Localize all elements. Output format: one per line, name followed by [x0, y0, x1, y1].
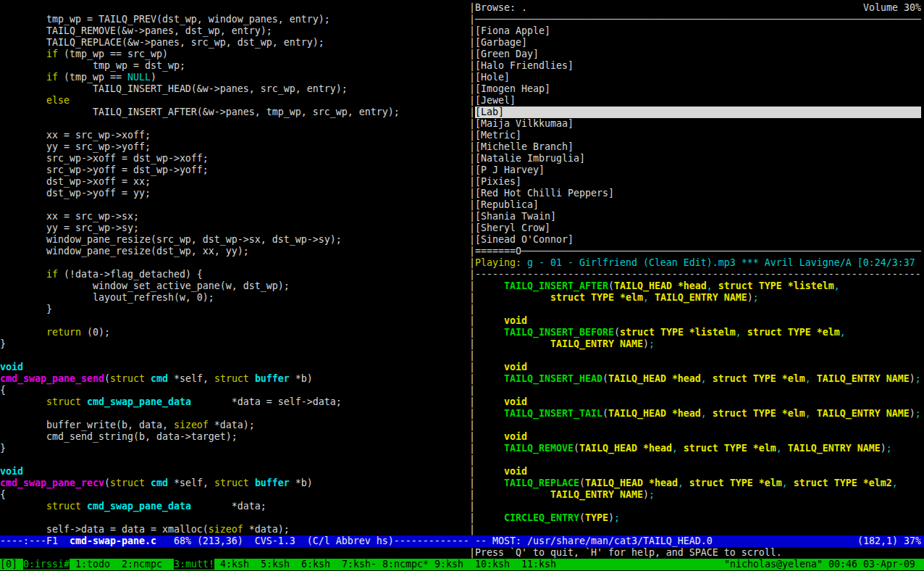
man-synopsis-line-text: , [834, 280, 840, 291]
artist-list-item[interactable]: [Metric] [475, 130, 521, 141]
artist-list-item-selected[interactable]: [Lab] [475, 107, 921, 118]
artist-list-item-text[interactable]: [Garbage] [475, 37, 527, 48]
artist-list-item-text[interactable]: [Republica] [475, 199, 539, 210]
tmux-window-5[interactable]: 5:ksh [261, 559, 290, 570]
tmux-window-4[interactable]: 4:ksh [220, 559, 249, 570]
tmux-window-7[interactable]: 7:ksh- [342, 559, 377, 570]
artist-list-item[interactable]: [Fiona Apple] [475, 25, 550, 37]
tmux-window-7-text[interactable]: 7:ksh- [342, 559, 377, 570]
code-line-text: TAILQ_INSERT_AFTER(&w->panes, tmp_wp, sr… [0, 107, 400, 117]
tmux-window-0[interactable]: 0:irssi# [23, 559, 70, 570]
artist-list-item-selected-text[interactable]: [Lab] [475, 107, 504, 117]
artist-list-item[interactable]: [Halo Friendlies] [475, 60, 574, 72]
artist-list-item[interactable]: [Maija Vilkkumaa] [475, 118, 574, 130]
most-status-text-text: -- MOST: /usr/share/man/cat3/TAILQ_HEAD.… [475, 535, 713, 546]
man-synopsis-line-text: TAILQ_REPLACE [504, 478, 579, 488]
tmux-window-6-text[interactable]: 6:ksh [301, 559, 330, 570]
artist-list-item-text[interactable]: [Hole] [475, 72, 510, 83]
man-synopsis-line: TAILQ_INSERT_BEFORE(struct TYPE *listelm… [475, 327, 846, 338]
man-synopsis-line-text: TAILQ_INSERT_AFTER [504, 280, 608, 291]
artist-list-item[interactable]: [Sinead O'Connor] [475, 234, 574, 246]
artist-list-item-text[interactable]: [Imogen Heap] [475, 83, 550, 94]
artist-list-item[interactable]: [Green Day] [475, 49, 539, 60]
tmux-window-0-text[interactable]: 0:irssi# [23, 559, 70, 570]
code-line: else [0, 95, 70, 107]
artist-list-item-text[interactable]: [Shania Twain] [475, 211, 556, 222]
tmux-window-1-text[interactable]: 1:todo [75, 559, 110, 570]
tmux-window-6[interactable]: 6:ksh [301, 559, 330, 570]
tmux-window-2-text[interactable]: 2:ncmpc [122, 559, 162, 570]
tmux-window-11-text[interactable]: 11:ksh [521, 559, 556, 570]
man-synopsis-line-text: TAILQ_ENTRY NAME [782, 443, 881, 454]
tmux-window-1[interactable]: 1:todo [75, 559, 110, 570]
seek-progress-bar[interactable]: =======O────────────────────────────────… [475, 246, 921, 257]
code-line-text: *data); [243, 524, 290, 535]
tmux-window-10[interactable]: 10:ksh [475, 559, 510, 570]
man-synopsis-line-text: TAILQ_HEAD *head [614, 280, 707, 291]
code-line-text: ( [104, 373, 110, 384]
artist-list-item-text[interactable]: [P J Harvey] [475, 164, 545, 175]
seek-progress-bar-text[interactable]: =======O────────────────────────────────… [475, 246, 921, 257]
artist-list-item[interactable]: [Hole] [475, 72, 510, 83]
artist-list-item[interactable]: [Garbage] [475, 37, 527, 49]
artist-list-item-text[interactable]: [Jewel] [475, 95, 516, 106]
most-help-message: Press `Q' to quit, `H' for help, and SPA… [475, 547, 782, 559]
artist-list-item-text[interactable]: [Metric] [475, 130, 521, 141]
artist-list-item-text[interactable]: [Red Hot Chilli Peppers] [475, 188, 614, 199]
code-line-text: cmd [151, 478, 168, 488]
tmux-window-11[interactable]: 11:ksh [521, 559, 556, 570]
code-line-text: dst_wp->yoff = yy; [0, 188, 151, 199]
artist-list-item[interactable]: [Republica] [475, 199, 539, 211]
man-synopsis-line: TAILQ_ENTRY NAME); [475, 338, 655, 350]
artist-list-item-text[interactable]: [Michelle Branch] [475, 141, 574, 152]
man-synopsis-line-text: struct TYPE *elm [684, 478, 782, 488]
artist-list-item[interactable]: [Pixies] [475, 176, 521, 188]
artist-list-item-text[interactable]: [Sheryl Crow] [475, 222, 550, 233]
code-line: TAILQ_INSERT_HEAD(&w->panes, src_wp, ent… [0, 83, 348, 95]
tmux-window-3-text[interactable]: 3:mutt! [174, 559, 214, 570]
artist-list-item-text[interactable]: [Natalie Imbruglia] [475, 153, 585, 164]
code-line-text: TAILQ_REMOVE(&w->panes, dst_wp, entry); [0, 25, 272, 36]
man-synopsis-line-text: struct TYPE *elm2 [788, 478, 892, 488]
artist-list-item-text[interactable]: [Halo Friendlies] [475, 60, 574, 71]
tmux-window-8-current[interactable]: 8:ncmpc* [382, 559, 429, 570]
tmux-window-10-text[interactable]: 10:ksh [475, 559, 510, 570]
man-synopsis-line-text: , [707, 280, 713, 291]
tmux-window-8-current-text[interactable]: 8:ncmpc* [382, 559, 429, 570]
tmux-window-4-text[interactable]: 4:ksh [220, 559, 249, 570]
artist-list-item-text[interactable]: [Sinead O'Connor] [475, 234, 574, 245]
artist-list-item[interactable]: [P J Harvey] [475, 164, 545, 176]
artist-list-item[interactable]: [Sheryl Crow] [475, 222, 550, 234]
artist-list-item[interactable]: [Imogen Heap] [475, 83, 550, 95]
code-line: xx = src_wp->xoff; [0, 130, 151, 141]
man-synopsis-line-text: ( [608, 280, 614, 291]
artist-list-item-text[interactable]: [Fiona Apple] [475, 25, 550, 36]
artist-list-item[interactable]: [Natalie Imbruglia] [475, 153, 585, 164]
man-synopsis-line-text: TAILQ_ENTRY NAME [811, 408, 910, 419]
artist-list-item-text[interactable]: [Maija Vilkkumaa] [475, 118, 574, 129]
artist-list-item[interactable]: [Shania Twain] [475, 211, 556, 222]
artist-list-item[interactable]: [Jewel] [475, 95, 516, 107]
code-line-text: if [46, 49, 58, 59]
man-synopsis-line-text: struct TYPE *listelm [713, 280, 834, 291]
artist-list-item-text[interactable]: [Pixies] [475, 176, 521, 187]
man-synopsis-line-text: ) [910, 408, 915, 419]
artist-list-item[interactable]: [Michelle Branch] [475, 141, 574, 153]
man-synopsis-line-text [475, 478, 504, 488]
man-synopsis-line-text: , [701, 373, 707, 384]
tmux-window-5-text[interactable]: 5:ksh [261, 559, 290, 570]
tmux-window-2[interactable]: 2:ncmpc [122, 559, 162, 570]
most-position-indicator-text: (182,1) 37% [857, 535, 921, 546]
man-synopsis-line-text: ; [915, 408, 921, 419]
tmux-window-3[interactable]: 3:mutt! [174, 559, 214, 570]
code-line-text: if [46, 269, 58, 280]
artist-list-item[interactable]: [Red Hot Chilli Peppers] [475, 188, 614, 199]
man-synopsis-line: void [475, 362, 527, 373]
code-line-text: void [0, 466, 23, 477]
tmux-window-9-text[interactable]: 9:ksh [434, 559, 463, 570]
code-line-text [145, 478, 151, 488]
code-line-text: tmp_wp = dst_wp; [0, 60, 185, 71]
tmux-window-9[interactable]: 9:ksh [434, 559, 463, 570]
pane-separator: | | | | | | | | | | | | | | | | | | | | … [469, 2, 475, 559]
artist-list-item-text[interactable]: [Green Day] [475, 49, 539, 59]
